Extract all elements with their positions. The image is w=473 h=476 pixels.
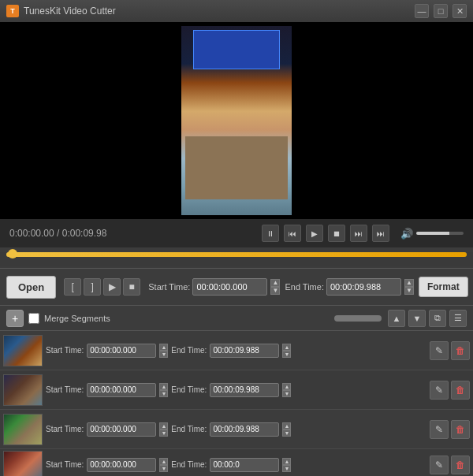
segment-actions: ✎ 🗑	[430, 420, 470, 439]
seg-start-input[interactable]	[87, 422, 156, 437]
segments-header: + Merge Segments ▲ ▼ ⧉ ☰	[0, 306, 473, 331]
seg-start-label: Start Time:	[46, 460, 84, 469]
end-time-up[interactable]: ▲	[404, 279, 414, 287]
close-button[interactable]: ✕	[453, 4, 467, 18]
seg-end-input[interactable]	[210, 383, 279, 397]
segment-thumbnail	[3, 374, 43, 406]
seg-edit-button[interactable]: ✎	[430, 381, 449, 400]
seg-end-up[interactable]: ▲	[282, 344, 291, 351]
seg-start-down[interactable]: ▼	[159, 465, 168, 472]
segment-row: Start Time: ▲▼ End Time: ▲▼ ✎ 🗑	[0, 449, 473, 476]
seg-start-down[interactable]: ▼	[159, 351, 168, 358]
start-time-down[interactable]: ▼	[270, 287, 280, 295]
seg-end-down[interactable]: ▼	[282, 351, 291, 358]
open-button[interactable]: Open	[6, 276, 56, 299]
seg-edit-button[interactable]: ✎	[430, 456, 449, 474]
seg-delete-button[interactable]: 🗑	[451, 456, 470, 474]
format-button[interactable]: Format	[419, 277, 468, 297]
time-display: 0:00:00.00 / 0:00:09.98	[9, 228, 257, 239]
seg-end-down[interactable]: ▼	[282, 465, 291, 472]
minimize-button[interactable]: —	[415, 4, 429, 18]
add-segment-button[interactable]: +	[6, 310, 24, 327]
list-button[interactable]: ☰	[449, 310, 467, 327]
transport-bar: 0:00:00.00 / 0:00:09.98 ⏸ ⏮ ▶ ⏹ ⏭ ⏭ 🔊	[0, 219, 473, 247]
segment-actions: ✎ 🗑	[430, 341, 470, 360]
play-button[interactable]: ▶	[306, 225, 323, 242]
stop-button[interactable]: ⏹	[328, 225, 345, 242]
seg-start-label: Start Time:	[46, 346, 84, 355]
seg-delete-button[interactable]: 🗑	[451, 420, 470, 439]
video-player	[0, 22, 473, 219]
end-time-spinner: ▲ ▼	[404, 279, 414, 295]
prev-frame-button[interactable]: ⏮	[284, 225, 301, 242]
segment-times: Start Time: ▲▼ End Time: ▲▼	[46, 422, 426, 437]
mark-in-button[interactable]: [	[64, 278, 81, 296]
cut-play-button[interactable]: ▶	[103, 278, 121, 296]
copy-button[interactable]: ⧉	[429, 310, 446, 327]
timeline-bar[interactable]	[0, 252, 473, 266]
segment-times: Start Time: ▲▼ End Time: ▲▼	[46, 383, 426, 397]
segment-times: Start Time: ▲▼ End Time: ▲▼	[46, 458, 426, 472]
seg-end-up[interactable]: ▲	[282, 422, 291, 430]
start-time-label: Start Time:	[148, 282, 190, 292]
title-bar: T TunesKit Video Cutter — □ ✕	[0, 0, 473, 22]
seg-edit-button[interactable]: ✎	[430, 420, 449, 439]
segments-controls-right: ▲ ▼ ⧉ ☰	[331, 310, 467, 327]
move-down-button[interactable]: ▼	[408, 310, 426, 327]
volume-slider[interactable]	[416, 232, 464, 235]
cut-stop-button[interactable]: ■	[123, 278, 140, 296]
seg-end-down[interactable]: ▼	[282, 430, 291, 437]
seg-start-input[interactable]	[87, 383, 156, 397]
segment-thumbnail	[3, 335, 43, 366]
end-time-down[interactable]: ▼	[404, 287, 414, 295]
seg-end-label: End Time:	[171, 425, 207, 433]
segment-thumbnail	[3, 414, 43, 445]
seg-end-down[interactable]: ▼	[282, 390, 291, 397]
window-controls: — □ ✕	[415, 4, 467, 18]
volume-icon: 🔊	[400, 228, 413, 240]
segments-scrollbar[interactable]	[334, 315, 382, 322]
start-time-field: Start Time: ▲ ▼	[148, 278, 280, 296]
seg-end-up[interactable]: ▲	[282, 458, 291, 465]
seg-delete-button[interactable]: 🗑	[451, 381, 470, 400]
seg-end-input[interactable]	[210, 344, 279, 358]
video-frame	[181, 26, 292, 215]
seg-edit-button[interactable]: ✎	[430, 341, 449, 360]
mark-out-button[interactable]: ]	[84, 278, 101, 296]
seg-start-up[interactable]: ▲	[159, 422, 168, 430]
timeline-handle[interactable]	[8, 249, 17, 258]
seg-start-input[interactable]	[87, 458, 156, 472]
timeline-track[interactable]	[6, 252, 467, 257]
seg-end-label: End Time:	[171, 460, 207, 469]
start-time-input[interactable]	[192, 278, 267, 296]
seg-start-up[interactable]: ▲	[159, 458, 168, 465]
seg-start-input[interactable]	[87, 344, 156, 358]
segment-times: Start Time: ▲▼ End Time: ▲▼	[46, 344, 426, 358]
start-time-up[interactable]: ▲	[270, 279, 280, 287]
seg-start-label: Start Time:	[46, 425, 84, 433]
seg-end-input[interactable]	[210, 422, 279, 437]
seg-start-down[interactable]: ▼	[159, 390, 168, 397]
move-up-button[interactable]: ▲	[388, 310, 405, 327]
seg-end-label: End Time:	[171, 385, 207, 394]
cut-icons: [ ] ▶ ■	[64, 278, 140, 296]
seg-end-label: End Time:	[171, 346, 207, 355]
merge-checkbox[interactable]	[28, 313, 39, 324]
pause-button[interactable]: ⏸	[262, 225, 279, 242]
segment-actions: ✎ 🗑	[430, 381, 470, 400]
maximize-button[interactable]: □	[434, 4, 448, 18]
seg-delete-button[interactable]: 🗑	[451, 341, 470, 360]
seg-end-up[interactable]: ▲	[282, 383, 291, 390]
volume-area: 🔊	[400, 228, 464, 240]
seg-start-down[interactable]: ▼	[159, 430, 168, 437]
seg-start-up[interactable]: ▲	[159, 344, 168, 351]
end-time-field: End Time: ▲ ▼	[285, 278, 414, 296]
end-time-input[interactable]	[326, 278, 401, 296]
end-time-label: End Time:	[285, 282, 324, 292]
video-table	[185, 136, 288, 199]
seg-end-input[interactable]	[210, 458, 279, 472]
segment-actions: ✎ 🗑	[430, 456, 470, 474]
next-frame-button[interactable]: ⏭	[350, 225, 367, 242]
seg-start-up[interactable]: ▲	[159, 383, 168, 390]
end-button[interactable]: ⏭	[372, 225, 389, 242]
